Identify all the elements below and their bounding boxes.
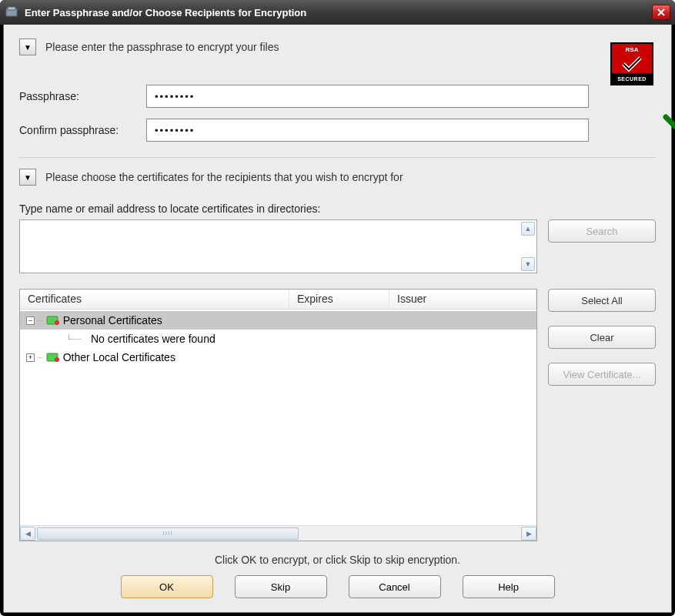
passphrase-input[interactable] bbox=[146, 85, 589, 108]
confirm-passphrase-input[interactable] bbox=[146, 119, 589, 142]
rsa-label: RSA bbox=[612, 44, 652, 55]
clear-button[interactable]: Clear bbox=[548, 326, 656, 349]
tree-label: Personal Certificates bbox=[63, 314, 162, 326]
scroll-track[interactable]: IIII bbox=[35, 527, 521, 541]
column-certificates[interactable]: Certificates bbox=[20, 290, 289, 309]
scroll-down-button[interactable]: ▼ bbox=[521, 257, 535, 271]
collapse-toggle[interactable]: ▼ bbox=[19, 169, 36, 186]
tree-node-personal[interactable]: − ┈ Personal Certificates bbox=[20, 311, 536, 330]
section-recipients-label: Please choose the certificates for the r… bbox=[45, 171, 403, 183]
tree-expander[interactable]: − bbox=[26, 316, 35, 325]
locate-label: Type name or email address to locate cer… bbox=[19, 203, 656, 215]
cancel-button[interactable]: Cancel bbox=[349, 575, 441, 598]
certificate-icon bbox=[46, 352, 60, 363]
scroll-left-button[interactable]: ◀ bbox=[20, 527, 35, 541]
svg-rect-1 bbox=[8, 7, 15, 10]
section-passphrase-header: ▼ Please enter the passphrase to encrypt… bbox=[19, 38, 656, 55]
footer-instruction: Click OK to encrypt, or click Skip to sk… bbox=[19, 554, 656, 566]
app-icon bbox=[5, 5, 18, 19]
certificate-icon bbox=[46, 315, 60, 326]
close-button[interactable] bbox=[652, 5, 670, 20]
titlebar: Enter Passphrase and/or Choose Recipient… bbox=[0, 0, 675, 25]
collapse-toggle[interactable]: ▼ bbox=[19, 38, 36, 55]
tree-node-empty: └┈┈ No certificates were found bbox=[20, 330, 536, 348]
dialog-window: Enter Passphrase and/or Choose Recipient… bbox=[0, 0, 675, 616]
column-headers: Certificates Expires Issuer bbox=[20, 290, 536, 310]
scroll-up-button[interactable]: ▲ bbox=[521, 222, 535, 236]
confirm-passphrase-label: Confirm passphrase: bbox=[19, 124, 146, 136]
scroll-thumb[interactable]: IIII bbox=[37, 527, 299, 540]
section-recipients-header: ▼ Please choose the certificates for the… bbox=[19, 169, 656, 186]
scroll-right-button[interactable]: ▶ bbox=[521, 527, 536, 541]
help-button[interactable]: Help bbox=[463, 575, 555, 598]
svg-point-3 bbox=[55, 320, 59, 325]
certificate-list: Certificates Expires Issuer − ┈ Personal… bbox=[19, 289, 537, 541]
svg-point-5 bbox=[55, 357, 59, 362]
tree-expander[interactable]: + bbox=[26, 353, 35, 362]
tree-label: Other Local Certificates bbox=[63, 351, 175, 363]
select-all-button[interactable]: Select All bbox=[548, 289, 656, 312]
view-certificate-button[interactable]: View Certificate... bbox=[548, 363, 656, 386]
window-title: Enter Passphrase and/or Choose Recipient… bbox=[25, 7, 652, 18]
dialog-content: ▼ Please enter the passphrase to encrypt… bbox=[3, 25, 672, 613]
search-input[interactable]: ▲ ▼ bbox=[19, 219, 537, 273]
passphrase-label: Passphrase: bbox=[19, 90, 146, 102]
passphrase-match-icon bbox=[661, 102, 675, 132]
passphrase-section: Passphrase: Confirm passphrase: bbox=[19, 85, 656, 142]
tree-empty-label: No certificates were found bbox=[91, 333, 216, 345]
section-passphrase-label: Please enter the passphrase to encrypt y… bbox=[45, 41, 279, 53]
dialog-buttons: OK Skip Cancel Help bbox=[19, 575, 656, 598]
column-expires[interactable]: Expires bbox=[289, 290, 389, 309]
column-issuer[interactable]: Issuer bbox=[389, 290, 536, 309]
tree-node-other[interactable]: + ┈ Other Local Certificates bbox=[20, 348, 536, 367]
ok-button[interactable]: OK bbox=[121, 575, 213, 598]
horizontal-scrollbar[interactable]: ◀ IIII ▶ bbox=[20, 525, 536, 541]
skip-button[interactable]: Skip bbox=[235, 575, 327, 598]
divider bbox=[19, 157, 656, 158]
certificate-tree[interactable]: − ┈ Personal Certificates └┈┈ No certifi… bbox=[20, 310, 536, 525]
search-button[interactable]: Search bbox=[548, 219, 656, 243]
